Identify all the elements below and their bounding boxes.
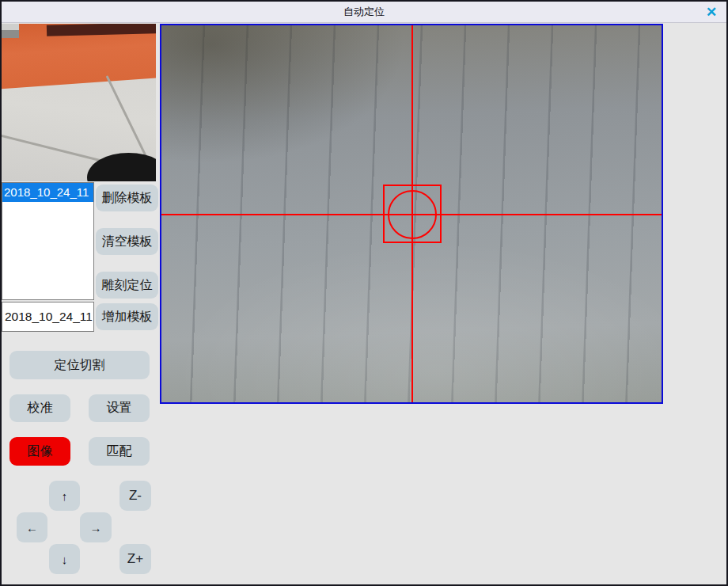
list-item[interactable]: 2018_10_24_11: [2, 183, 93, 202]
settings-button[interactable]: 设置: [89, 394, 150, 422]
titlebar[interactable]: 自动定位 ✕: [2, 2, 726, 23]
thumbnail-dark-object: [87, 153, 156, 181]
template-list[interactable]: 2018_10_24_11: [2, 182, 94, 300]
template-name-input[interactable]: [2, 302, 94, 332]
match-button[interactable]: 匹配: [89, 437, 150, 466]
z-minus-button[interactable]: Z-: [119, 481, 151, 511]
clear-template-button[interactable]: 清空模板: [96, 228, 158, 255]
add-template-button[interactable]: 增加模板: [96, 303, 158, 330]
thumbnail-white-patch: [2, 24, 19, 30]
jog-up-button[interactable]: ↑: [49, 481, 80, 511]
camera-live-view: [160, 24, 663, 404]
image-button[interactable]: 图像: [9, 437, 70, 466]
engrave-position-button[interactable]: 雕刻定位: [96, 272, 158, 299]
z-plus-button[interactable]: Z+: [119, 544, 151, 574]
window-title: 自动定位: [343, 5, 385, 19]
delete-template-button[interactable]: 删除模板: [96, 185, 158, 211]
jog-down-button[interactable]: ↓: [49, 544, 80, 574]
calibrate-button[interactable]: 校准: [9, 394, 70, 422]
jog-left-button[interactable]: ←: [17, 512, 47, 542]
jog-right-button[interactable]: →: [80, 512, 112, 542]
target-circle-overlay: [388, 190, 437, 239]
close-icon[interactable]: ✕: [702, 3, 721, 21]
position-cut-button[interactable]: 定位切割: [9, 351, 150, 379]
camera-thumbnail: [2, 24, 156, 181]
auto-position-window: 自动定位 ✕ 2018_10_24_11 删除模板 清空模板 雕刻定位 增加模板…: [0, 0, 728, 586]
